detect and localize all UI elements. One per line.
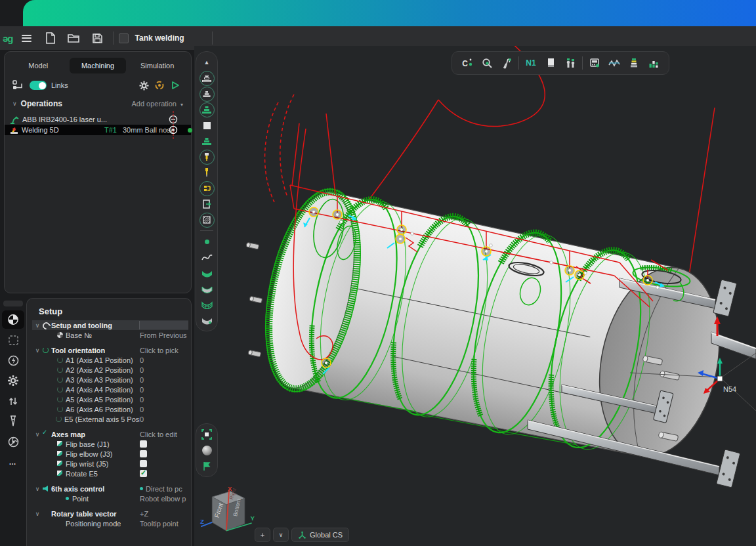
fit-view-button[interactable] <box>198 427 216 442</box>
setup-row-value[interactable]: 0 <box>140 386 188 394</box>
setup-row[interactable]: ∨ Setup and tooling <box>32 320 188 330</box>
new-file-button[interactable] <box>41 30 60 46</box>
stock-sheet-button[interactable] <box>541 54 560 72</box>
chevron-down-icon[interactable]: ∨ <box>33 431 41 438</box>
surface-grey-button[interactable] <box>198 281 216 297</box>
setup-row[interactable]: ∨ E5 (External axis 5 Position) 0 <box>32 414 188 424</box>
setup-row[interactable]: ∨ Rotary table vector +Z <box>32 509 188 518</box>
setup-row-value[interactable]: Click to edit <box>140 430 188 438</box>
setup-row[interactable]: ∨ Positioning mode Tooltip point <box>32 518 188 528</box>
rail-selection-button[interactable] <box>2 331 24 349</box>
setup-row-value[interactable] <box>140 440 188 448</box>
machine-cs-button[interactable]: C <box>457 54 477 72</box>
main-menu-button[interactable] <box>17 30 37 46</box>
setup-row[interactable]: ∨ A3 (Axis A3 Position) 0 <box>32 375 188 385</box>
add-operation-button[interactable]: Add operation▾ <box>131 100 183 108</box>
waveform-button[interactable] <box>604 54 624 72</box>
curve-display-button[interactable] <box>198 249 216 265</box>
machine-green-circled-button[interactable] <box>198 102 216 117</box>
setup-row[interactable]: ∨ Flip base (J1) <box>32 439 188 449</box>
checkbox[interactable] <box>140 460 147 467</box>
setup-row-value[interactable]: From Previous <box>140 331 188 339</box>
setup-row-value[interactable]: 0 <box>140 396 188 404</box>
rail-strategy-button[interactable] <box>2 351 24 369</box>
tool-joints-button[interactable] <box>560 54 580 72</box>
inspect-button[interactable] <box>477 54 497 72</box>
suppress-state-icon[interactable] <box>169 115 178 124</box>
scroll-up-button[interactable]: ▲ <box>198 54 216 70</box>
surface-point-button[interactable] <box>198 312 216 328</box>
tab-model[interactable]: Model <box>10 58 67 74</box>
setup-row[interactable]: ∨ A5 (Axis A5 Position) 0 <box>32 394 188 404</box>
checkbox[interactable] <box>140 440 147 448</box>
viewport-3d[interactable]: N54 ▲ <box>194 46 756 546</box>
point-display-button[interactable] <box>198 234 216 249</box>
machine-small-button[interactable] <box>198 86 216 102</box>
machine-outline-button[interactable] <box>198 70 216 86</box>
setup-row[interactable]: ∨ Point Robot elbow p <box>32 494 188 503</box>
setup-row[interactable]: ∨ 6th axis control Direct to pc <box>32 484 188 494</box>
rail-settings-button[interactable] <box>2 371 24 390</box>
setup-row-value[interactable]: Robot elbow p <box>140 495 188 503</box>
stock-box-button[interactable] <box>198 117 216 133</box>
tool-small-button[interactable] <box>198 165 216 180</box>
run-simulation-button[interactable] <box>167 81 183 90</box>
setup-row-value[interactable]: +Z <box>140 510 188 518</box>
gcode-export-button[interactable] <box>198 196 216 212</box>
document-checkbox[interactable] <box>119 33 129 43</box>
tool-circled-button[interactable] <box>198 149 216 165</box>
flag-button[interactable] <box>198 458 216 474</box>
setup-row[interactable]: ∨ Flip elbow (J3) <box>32 449 188 459</box>
setup-row-value[interactable] <box>140 460 188 467</box>
setup-row-value[interactable] <box>139 321 188 329</box>
links-recalc-button[interactable] <box>152 80 167 91</box>
open-file-button[interactable] <box>64 30 84 46</box>
rail-turbine-button[interactable] <box>2 432 24 451</box>
setup-row-value[interactable]: 0 <box>140 406 188 413</box>
view-cube[interactable]: Front Bottom Right X Y Z <box>200 486 256 542</box>
setup-row[interactable]: ∨ Axes map Click to edit <box>32 429 188 439</box>
clamp-circled-button[interactable] <box>198 180 216 196</box>
setup-row-value[interactable]: Direct to pc <box>140 485 188 493</box>
setup-row-value[interactable]: 0 <box>140 376 188 384</box>
chevron-down-icon[interactable]: ∨ <box>33 322 41 329</box>
tab-simulation[interactable]: Simulation <box>129 58 186 74</box>
setup-row[interactable]: ∨ A2 (Axis A2 Position) 0 <box>32 365 188 375</box>
rail-datum-button[interactable] <box>2 310 24 329</box>
cs-dropdown-button[interactable]: ∨ <box>273 528 289 542</box>
setup-row[interactable]: ∨ Base № From Previous <box>32 330 188 340</box>
links-toggle[interactable] <box>30 81 47 90</box>
add-cs-button[interactable]: + <box>255 528 270 542</box>
output-state-icon[interactable] <box>169 125 178 135</box>
control-panel-button[interactable] <box>585 54 604 72</box>
rail-reorder-button[interactable] <box>2 392 24 410</box>
setup-row-value[interactable] <box>140 470 188 477</box>
rail-handle[interactable] <box>3 301 23 306</box>
checkbox[interactable] <box>140 450 147 457</box>
measure-button[interactable] <box>497 54 516 72</box>
rail-more-button[interactable]: … <box>2 453 24 471</box>
setup-row[interactable]: ∨ A6 (Axis A6 Position) 0 <box>32 404 188 414</box>
checkbox[interactable] <box>140 470 147 477</box>
global-cs-button[interactable]: Global CS <box>291 528 349 542</box>
surface-green-button[interactable] <box>198 265 216 281</box>
surface-grid-button[interactable] <box>198 297 216 312</box>
setup-row[interactable]: ∨ Flip wrist (J5) <box>32 459 188 469</box>
links-settings-button[interactable] <box>136 81 152 91</box>
setup-row[interactable]: ∨ A4 (Axis A4 Position) 0 <box>32 385 188 394</box>
setup-row[interactable]: ∨ Rotate E5 <box>32 469 188 478</box>
setup-row-value[interactable]: Click to pick <box>140 346 188 354</box>
chevron-down-icon[interactable]: ∨ <box>33 511 41 517</box>
setup-row[interactable]: ∨ A1 (Axis A1 Position) 0 <box>32 355 188 365</box>
setup-row-value[interactable]: 0 <box>140 415 188 423</box>
setup-row-value[interactable]: 0 <box>140 356 188 364</box>
tree-row-welding[interactable]: Welding 5D T#1 30mm Ball nose <box>5 125 191 135</box>
stack-light-button[interactable] <box>624 54 644 72</box>
save-button[interactable] <box>88 30 108 46</box>
tank-model[interactable] <box>249 180 736 474</box>
tab-machining[interactable]: Machining <box>70 58 127 74</box>
shading-mode-button[interactable] <box>198 442 216 458</box>
chevron-down-icon[interactable]: ∨ <box>33 486 41 492</box>
chevron-down-icon[interactable]: ∨ <box>12 100 17 107</box>
setup-row[interactable]: ∨ Tool orientation Click to pick <box>32 345 188 355</box>
